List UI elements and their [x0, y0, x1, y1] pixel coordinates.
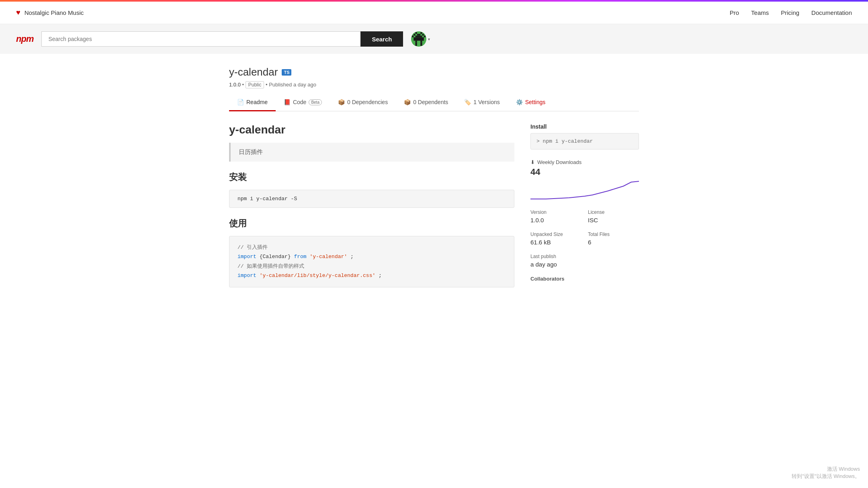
- navbar: ♥ Nostalgic Piano Music Pro Teams Pricin…: [0, 2, 868, 24]
- unpacked-size-value: 61.6 kB: [530, 239, 581, 246]
- nav-left: ♥ Nostalgic Piano Music: [16, 8, 84, 17]
- dependencies-icon: 📦: [338, 99, 345, 105]
- code-string-1: 'y-calendar': [309, 254, 347, 260]
- code-keyword-import2: import: [237, 273, 256, 279]
- download-icon: ⬇: [530, 159, 535, 165]
- version-value: 1.0.0: [530, 217, 581, 223]
- install-command-box[interactable]: > npm i y-calendar: [530, 133, 639, 150]
- svg-rect-6: [412, 36, 414, 37]
- code-line-3: // 如果使用插件自带的样式: [237, 262, 506, 271]
- code-comment-1: // 引入插件: [237, 244, 268, 250]
- tab-dependents-label: 0 Dependents: [413, 99, 448, 105]
- code-line-2: import {Calendar} from 'y-calendar' ;: [237, 252, 506, 261]
- avatar-area[interactable]: ▾: [411, 31, 430, 47]
- ts-badge: TS: [282, 69, 291, 76]
- last-publish-value: a day ago: [530, 261, 639, 268]
- code-semicolon-2: ;: [379, 273, 382, 279]
- nav-teams[interactable]: Teams: [751, 9, 769, 16]
- install-section: Install > npm i y-calendar: [530, 123, 639, 150]
- nav-documentation[interactable]: Documentation: [811, 9, 852, 16]
- public-badge: Public: [246, 81, 264, 88]
- search-button[interactable]: Search: [360, 31, 403, 47]
- unpacked-size-label: Unpacked Size: [530, 232, 581, 237]
- readme-description: 日历插件: [229, 143, 514, 162]
- last-publish-section: Last publish a day ago: [530, 254, 639, 268]
- content-layout: y-calendar 日历插件 安装 npm i y-calendar -S 使…: [229, 123, 639, 287]
- tab-versions-label: 1 Versions: [473, 99, 500, 105]
- versions-icon: 🏷️: [464, 99, 471, 105]
- search-input[interactable]: [41, 31, 360, 47]
- code-semicolon-1: ;: [350, 254, 354, 260]
- code-icon: 📕: [284, 99, 291, 105]
- readme-title: y-calendar: [229, 123, 514, 136]
- collaborators-section: Collaborators: [530, 276, 639, 282]
- readme-icon: 📄: [237, 99, 244, 105]
- code-string-2: 'y-calendar/lib/style/y-calendar.css': [260, 273, 376, 279]
- svg-rect-4: [417, 34, 421, 35]
- package-meta: 1.0.0 • Public • Published a day ago: [229, 82, 639, 88]
- svg-rect-12: [416, 43, 417, 46]
- svg-rect-3: [414, 34, 416, 35]
- code-keyword-import: import: [237, 254, 256, 260]
- code-line-1: // 引入插件: [237, 243, 506, 252]
- svg-rect-5: [422, 34, 424, 35]
- usage-code-block: // 引入插件 import {Calendar} from 'y-calend…: [229, 236, 514, 287]
- code-line-4: import 'y-calendar/lib/style/y-calendar.…: [237, 271, 506, 280]
- svg-rect-11: [421, 41, 422, 42]
- install-section-title: 安装: [229, 171, 514, 183]
- readme-content: y-calendar 日历插件 安装 npm i y-calendar -S 使…: [229, 123, 514, 287]
- meta-separator-2: •: [266, 82, 269, 88]
- svg-rect-13: [421, 43, 422, 46]
- nav-pricing[interactable]: Pricing: [781, 9, 799, 16]
- tab-dependencies-label: 0 Dependencies: [347, 99, 388, 105]
- total-files-value: 6: [588, 239, 639, 246]
- code-keyword-from: from: [294, 254, 306, 260]
- version-item: Version 1.0.0: [530, 209, 581, 223]
- avatar: [411, 31, 426, 47]
- weekly-downloads-text: Weekly Downloads: [537, 159, 581, 165]
- tab-settings[interactable]: ⚙️ Settings: [508, 94, 554, 111]
- version-license-grid: Version 1.0.0 License ISC: [530, 209, 639, 223]
- install-code-text: npm i y-calendar -S: [237, 196, 297, 202]
- unpacked-size-item: Unpacked Size 61.6 kB: [530, 232, 581, 246]
- package-header: y-calendar TS 1.0.0 • Public • Published…: [229, 66, 639, 88]
- svg-rect-10: [416, 41, 417, 42]
- beta-badge: Beta: [309, 99, 322, 105]
- code-comment-2: // 如果使用插件自带的样式: [237, 263, 304, 269]
- install-cmd-text: > npm i y-calendar: [536, 138, 593, 144]
- nav-pro[interactable]: Pro: [730, 9, 739, 16]
- usage-section-title: 使用: [229, 217, 514, 230]
- tab-readme[interactable]: 📄 Readme: [229, 94, 276, 111]
- code-braces: {Calendar}: [260, 254, 294, 260]
- dependents-icon: 📦: [404, 99, 411, 105]
- package-version: 1.0.0: [229, 82, 241, 88]
- license-item: License ISC: [588, 209, 639, 223]
- svg-rect-2: [421, 32, 422, 34]
- license-label: License: [588, 209, 639, 215]
- published-time: Published a day ago: [269, 82, 316, 88]
- weekly-downloads-label: ⬇ Weekly Downloads: [530, 159, 639, 165]
- collaborators-label: Collaborators: [530, 276, 639, 282]
- avatar-chevron-icon: ▾: [428, 37, 430, 41]
- tab-code[interactable]: 📕 Code Beta: [276, 94, 330, 111]
- weekly-downloads-section: ⬇ Weekly Downloads 44: [530, 159, 639, 200]
- meta-separator-1: •: [242, 82, 246, 88]
- tab-versions[interactable]: 🏷️ 1 Versions: [456, 94, 508, 111]
- tab-dependencies[interactable]: 📦 0 Dependencies: [330, 94, 396, 111]
- tab-dependents[interactable]: 📦 0 Dependents: [396, 94, 456, 111]
- license-value: ISC: [588, 217, 639, 223]
- tab-readme-label: Readme: [246, 99, 268, 105]
- version-label: Version: [530, 209, 581, 215]
- sidebar: Install > npm i y-calendar ⬇ Weekly Down…: [530, 123, 639, 287]
- main-content: y-calendar TS 1.0.0 • Public • Published…: [213, 54, 655, 299]
- npm-logo: npm: [16, 34, 33, 44]
- last-publish-label: Last publish: [530, 254, 639, 259]
- install-label: Install: [530, 123, 639, 130]
- search-section: npm Search ▾: [0, 24, 868, 54]
- svg-rect-7: [416, 36, 422, 37]
- svg-rect-1: [416, 32, 417, 34]
- package-name: y-calendar: [229, 66, 278, 78]
- search-wrapper: Search: [41, 31, 403, 47]
- tab-settings-label: Settings: [525, 99, 546, 105]
- size-files-grid: Unpacked Size 61.6 kB Total Files 6: [530, 232, 639, 246]
